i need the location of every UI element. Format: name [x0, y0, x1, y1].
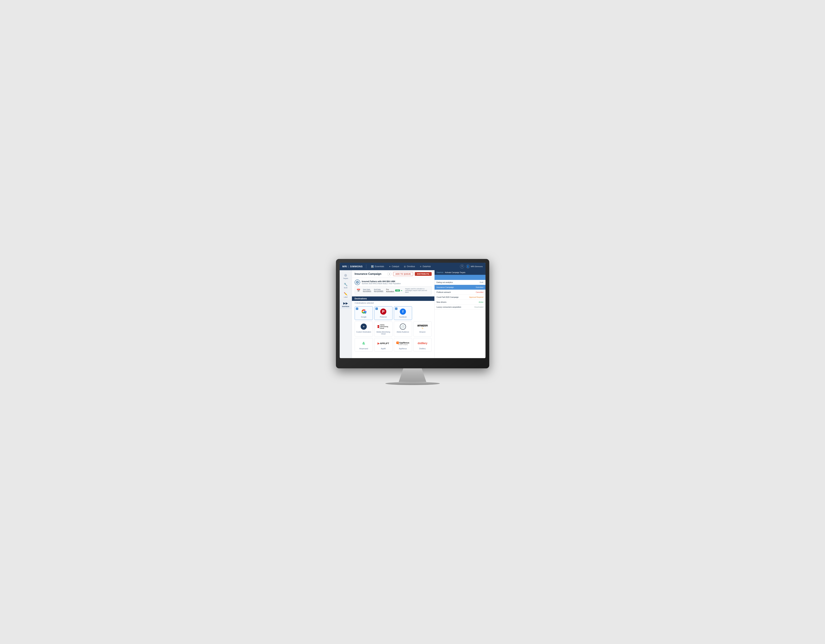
dest-card-amazon[interactable]: amazon ∿ Amazon	[413, 321, 432, 337]
dates-row: 📅 Start Date 01/2/2021 End Date 01/12/20…	[355, 286, 432, 295]
catalyst-icon: ✦	[389, 265, 391, 268]
destinations-section: Destinations 3 destinations selected	[352, 297, 434, 358]
destinations-title: Destinations	[355, 298, 367, 300]
start-date-value: 01/2/2021	[363, 290, 371, 292]
dest-card-google[interactable]: ✓	[355, 306, 373, 320]
dest-card-applift[interactable]: ▶ APPLIFT Applift	[374, 338, 392, 352]
end-date-value: 01/12/2021	[374, 290, 383, 292]
nav-right: ? 👤 MRI-Simmons	[460, 264, 483, 269]
destinations-row-1: ✓	[355, 306, 432, 320]
google-name: Google	[361, 316, 366, 318]
campaign-list-item-insurance[interactable]: Insurance Campaign Submitted	[434, 285, 485, 290]
nav-item-omnibus[interactable]: ⊞ Omnibus	[402, 264, 417, 269]
target-info: Insured Fathers with HHI $50-149K Summer…	[362, 280, 401, 284]
build-icon: 🔧	[344, 283, 348, 286]
top-nav: MRI | SIMMONS 📊 Essentials ✦ Catalyst	[340, 263, 485, 270]
destinations-header: Destinations	[352, 297, 434, 301]
campaign-insurance-status: Submitted	[476, 286, 483, 288]
targets-label: Targets	[343, 278, 348, 279]
campaign-political-name: Political outreach	[437, 291, 451, 293]
dest-card-appnexus[interactable]: N AppNexus A Xandr Company AppNexu	[394, 338, 412, 352]
nav-logo: MRI | SIMMONS	[342, 265, 363, 268]
sidebar-item-build[interactable]: 🔧 Build	[340, 281, 352, 290]
add-campaign-button[interactable]: +	[387, 272, 391, 276]
facebook-name: Facebook	[399, 316, 406, 318]
activation-badge: For Activation YES ●	[386, 289, 402, 292]
nav-item-catalyst[interactable]: ✦ Catalyst	[387, 264, 401, 269]
google-checkbox: ✓	[356, 307, 358, 310]
facebook-checkbox: ✓	[395, 307, 397, 310]
campaign-political-status: Cancelled	[476, 291, 483, 293]
activation-label: For Activation	[386, 289, 394, 292]
user-menu[interactable]: 👤 MRI-Simmons	[466, 264, 483, 268]
pinterest-logo: P	[380, 308, 387, 315]
dest-card-facebook[interactable]: ✓ f Facebook	[394, 306, 412, 320]
sidebar-item-targets[interactable]: ◎ Targets	[340, 272, 352, 281]
campaign-list-item-eating[interactable]: Eating out analytics Draft	[434, 280, 485, 285]
campaign-list-item-political[interactable]: Political outreach Cancelled	[434, 290, 485, 295]
adobe-adv-name: Adobe Advertising Cloud	[376, 331, 391, 335]
breadcrumb-sep: /	[444, 272, 445, 273]
right-panel-header: DataHub / Activate Campaign Targets	[434, 270, 485, 275]
custom-logo: +	[360, 323, 367, 330]
help-button[interactable]: ?	[460, 264, 464, 269]
breadcrumb-datahub[interactable]: DataHub	[437, 272, 443, 273]
target-icon	[355, 280, 360, 285]
campaign-list-item-covid[interactable]: Covid Fall 2020 Campaign Approval Requir…	[434, 295, 485, 300]
campaign-list: Eating out analytics Draft Insurance Cam…	[434, 280, 485, 358]
logo-mri: MRI	[342, 265, 348, 268]
distribute-label: Distribute	[342, 306, 349, 307]
nav-divider	[366, 264, 366, 269]
campaign-list-item-luxury[interactable]: Luxury consumers acquisition Deactivated	[434, 304, 485, 310]
monitor-base	[385, 382, 440, 385]
sidebar-item-label[interactable]: ✏️ Label	[340, 290, 352, 300]
breadcrumb-current: Activate Campaign Targets	[445, 272, 465, 273]
svg-point-2	[357, 282, 358, 283]
dest-card-adobe-adv[interactable]: Ae Adobe Advertising Cloud Adobe Adverti…	[374, 321, 392, 337]
dest-card-custom[interactable]: + Custom Destination	[355, 321, 373, 337]
sidebar-item-distribute[interactable]: ▶▶ Distribute	[340, 300, 352, 309]
campaign-eating-name: Eating out analytics	[437, 281, 453, 283]
build-label: Build	[344, 287, 348, 289]
dest-card-pinterest[interactable]: ✓ P Pinterest	[374, 306, 392, 320]
campaign-drivers-status: Active	[479, 301, 483, 303]
nav-item-datahub[interactable]: ✳ DataHub	[418, 264, 433, 269]
ampersand-logo: &	[360, 340, 367, 347]
dest-card-adobe-audience[interactable]: 🕐 Adobe Audience	[394, 321, 412, 337]
nav-items: 📊 Essentials ✦ Catalyst ⊞ Omnibus ✳	[369, 264, 460, 269]
destinations-row-3: & Ampersand ▶	[355, 338, 432, 352]
destinations-grid: ✓	[352, 305, 434, 358]
campaign-eating-status: Draft	[480, 281, 484, 283]
dest-card-ampersand[interactable]: & Ampersand	[355, 338, 373, 352]
yes-badge: YES	[395, 289, 400, 292]
google-logo	[360, 308, 367, 315]
end-date-field: End Date 01/12/2021	[374, 289, 383, 292]
nav-item-essentials[interactable]: 📊 Essentials	[369, 264, 386, 269]
start-date-label: Start Date	[363, 289, 371, 290]
logo-sep: |	[348, 265, 349, 268]
distribute-button[interactable]: DISTRIBUTE	[415, 272, 432, 276]
adobe-adv-logo: Ae Adobe Advertising Cloud	[380, 323, 387, 330]
monitor-bezel: MRI | SIMMONS 📊 Essentials ✦ Catalyst	[336, 259, 489, 368]
campaign-insurance-name: Insurance Campaign	[437, 286, 454, 288]
amazon-logo: amazon ∿	[419, 323, 426, 330]
campaign-list-item-drivers[interactable]: New drivers Active	[434, 300, 485, 304]
applift-name: Applift	[381, 348, 386, 350]
campaign-covid-name: Covid Fall 2020 Campaign	[437, 296, 459, 298]
add-to-queue-button[interactable]: ADD TO QUEUE	[393, 272, 413, 276]
app-container: MRI | SIMMONS 📊 Essentials ✦ Catalyst	[340, 263, 485, 358]
pinterest-checkbox: ✓	[375, 307, 378, 310]
pinterest-name: Pinterest	[380, 316, 386, 318]
amazon-name: Amazon	[419, 331, 426, 333]
campaign-covid-status: Approval Required	[469, 296, 484, 298]
dest-card-distillery[interactable]: dstillery Distillery	[413, 338, 432, 352]
distillery-name: Distillery	[419, 348, 426, 350]
target-description: Summer 2020 NHCS Adult Study 2-Year Popu…	[362, 283, 401, 284]
facebook-logo: f	[400, 308, 406, 315]
campaign-luxury-status: Deactivated	[474, 306, 484, 308]
omnibus-label: Omnibus	[407, 265, 415, 268]
adobe-audience-logo: 🕐	[400, 323, 406, 330]
essentials-icon: 📊	[371, 265, 374, 268]
campaign-header: Insurance Campaign + ADD TO QUEUE DISTRI…	[352, 270, 434, 278]
destinations-row-2: + Custom Destination	[355, 321, 432, 337]
